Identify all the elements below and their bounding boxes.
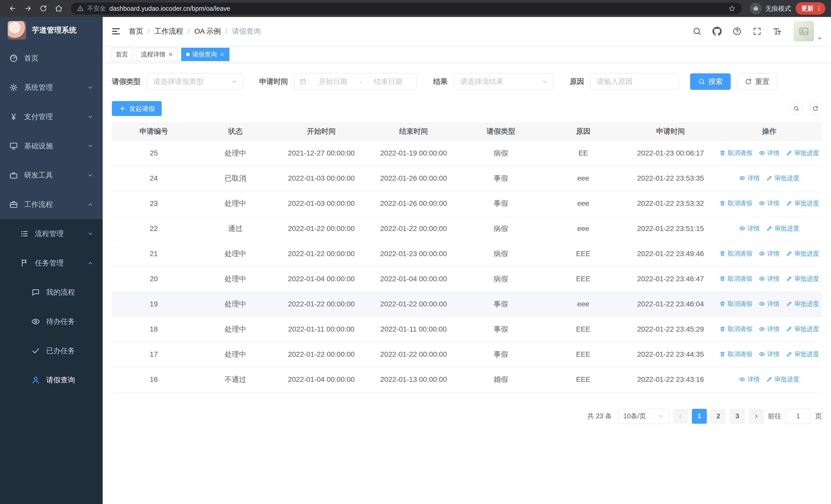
apply-time-range-picker[interactable]: -	[294, 73, 417, 90]
detail-link[interactable]: 详情	[739, 224, 760, 233]
sidebar-item-my-process[interactable]: 我的流程	[0, 278, 103, 307]
page-size-select[interactable]: 10条/页	[619, 409, 669, 424]
approval-progress-link[interactable]: 审批进度	[786, 325, 819, 333]
font-size-icon[interactable]	[773, 27, 782, 36]
hamburger-icon[interactable]	[111, 26, 121, 36]
reset-button[interactable]: 重置	[737, 73, 777, 90]
result-input[interactable]	[454, 73, 553, 90]
menu-item-label: 待办任务	[46, 317, 75, 326]
approval-progress-link[interactable]: 审批进度	[766, 375, 799, 383]
sidebar-item-devtools[interactable]: 研发工具	[0, 161, 103, 190]
detail-link[interactable]: 详情	[739, 174, 760, 182]
menu-item-label: 我的流程	[46, 288, 75, 297]
approval-progress-link[interactable]: 审批进度	[786, 199, 819, 207]
detail-link[interactable]: 详情	[759, 325, 779, 333]
breadcrumb-workflow[interactable]: 工作流程	[154, 26, 183, 36]
security-label[interactable]: 不安全	[87, 4, 106, 12]
prev-page-button[interactable]	[673, 409, 688, 424]
cancel-leave-link[interactable]: 取消请假	[719, 199, 752, 207]
cell-end: 2022-01-23 00:00:00	[368, 241, 460, 266]
sidebar-item-todo-tasks[interactable]: 待办任务	[0, 307, 103, 336]
fullscreen-icon[interactable]	[752, 27, 762, 36]
detail-link[interactable]: 详情	[759, 274, 779, 283]
sidebar-item-payment[interactable]: 支付管理	[0, 102, 103, 131]
approval-progress-link[interactable]: 审批进度	[766, 224, 799, 233]
tab-2[interactable]: 请假查询	[181, 48, 229, 61]
cell-type: 病假	[460, 216, 542, 241]
reload-icon[interactable]	[36, 2, 50, 16]
forward-icon[interactable]	[21, 2, 35, 16]
search-button-label: 搜索	[708, 77, 723, 87]
app-logo[interactable]: 芋道管理系统	[0, 17, 103, 43]
detail-link[interactable]: 详情	[759, 249, 779, 258]
cell-reason: EEE	[542, 342, 624, 367]
cancel-leave-link[interactable]: 取消请假	[719, 300, 752, 308]
home-icon[interactable]	[52, 2, 66, 16]
detail-link[interactable]: 详情	[759, 149, 779, 157]
page-button-3[interactable]: 3	[730, 409, 745, 424]
url-text[interactable]: dashboard.yudao.iocoder.cn/bpm/oa/leave	[109, 5, 230, 12]
search-icon[interactable]	[692, 27, 701, 36]
sidebar-item-task-mgmt[interactable]: 任务管理	[0, 248, 103, 278]
breadcrumb-home[interactable]: 首页	[129, 26, 143, 36]
cell-end: 2022-01-11 00:00:00	[368, 317, 460, 342]
cancel-leave-link[interactable]: 取消请假	[719, 274, 752, 283]
approval-progress-link[interactable]: 审批进度	[786, 350, 819, 358]
cancel-leave-link[interactable]: 取消请假	[719, 149, 752, 157]
page-button-2[interactable]: 2	[711, 409, 726, 424]
sidebar-item-home[interactable]: 首页	[0, 43, 103, 73]
help-icon[interactable]	[733, 27, 742, 36]
reason-input[interactable]	[590, 73, 679, 90]
cell-id: 25	[112, 141, 196, 166]
cell-applied: 2022-01-22 23:46:04	[624, 292, 717, 317]
search-toggle-button[interactable]	[790, 102, 803, 115]
back-icon[interactable]	[6, 2, 20, 16]
leave-type-select[interactable]	[147, 73, 243, 90]
approval-progress-link[interactable]: 审批进度	[786, 249, 819, 258]
sidebar-item-done-tasks[interactable]: 已办任务	[0, 336, 103, 365]
total-count: 共 23 条	[588, 412, 612, 421]
goto-page-input[interactable]	[785, 409, 811, 424]
approval-progress-link[interactable]: 审批进度	[766, 174, 799, 182]
tab-1[interactable]: 流程详情	[136, 48, 178, 61]
create-leave-button[interactable]: 发起请假	[112, 101, 162, 116]
address-bar[interactable]: 不安全 dashboard.yudao.iocoder.cn/bpm/oa/le…	[71, 3, 742, 14]
kebab-menu-icon[interactable]	[815, 5, 822, 12]
cell-status: 处理中	[196, 266, 275, 292]
close-icon[interactable]	[220, 52, 225, 57]
chevron-down-icon	[657, 413, 664, 420]
cancel-leave-link[interactable]: 取消请假	[719, 325, 752, 333]
cancel-leave-link[interactable]: 取消请假	[719, 350, 752, 358]
op-label: 详情	[767, 300, 779, 308]
approval-progress-link[interactable]: 审批进度	[786, 274, 819, 283]
cell-status: 处理中	[196, 141, 275, 166]
breadcrumb-oa-example[interactable]: OA 示例	[195, 26, 221, 36]
user-avatar[interactable]	[794, 21, 823, 41]
approval-progress-link[interactable]: 审批进度	[786, 149, 819, 157]
next-page-button[interactable]	[749, 409, 764, 424]
leave-type-input[interactable]	[147, 73, 243, 90]
start-date-input[interactable]	[310, 78, 356, 86]
detail-link[interactable]: 详情	[759, 300, 779, 308]
detail-link[interactable]: 详情	[759, 199, 779, 207]
sidebar-item-infra[interactable]: 基础设施	[0, 131, 103, 161]
close-icon[interactable]	[168, 52, 173, 57]
breadcrumb-separator: /	[225, 27, 227, 35]
refresh-table-button[interactable]	[809, 102, 822, 115]
sidebar-item-leave-query[interactable]: 请假查询	[0, 365, 103, 395]
search-button[interactable]: 搜索	[690, 73, 730, 90]
detail-link[interactable]: 详情	[759, 350, 779, 358]
detail-link[interactable]: 详情	[739, 375, 760, 383]
sidebar-item-system[interactable]: 系统管理	[0, 73, 103, 102]
cancel-leave-link[interactable]: 取消请假	[719, 249, 752, 258]
bookmark-star-icon[interactable]	[728, 5, 736, 12]
sidebar-item-process-mgmt[interactable]: 流程管理	[0, 219, 103, 248]
page-button-1[interactable]: 1	[692, 409, 707, 424]
sidebar-item-workflow[interactable]: 工作流程	[0, 190, 103, 219]
approval-progress-link[interactable]: 审批进度	[786, 300, 819, 308]
result-select[interactable]	[454, 73, 553, 90]
end-date-input[interactable]	[365, 78, 411, 86]
update-button[interactable]: 更新	[796, 2, 825, 14]
github-icon[interactable]	[712, 27, 722, 36]
tab-0[interactable]: 首页	[111, 48, 133, 61]
